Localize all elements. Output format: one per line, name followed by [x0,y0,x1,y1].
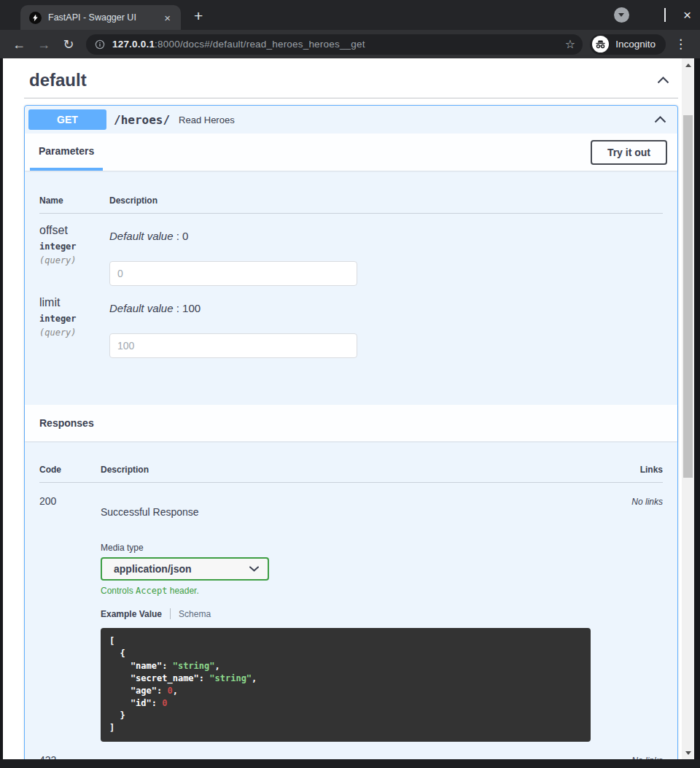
param-type: integer [39,241,109,252]
parameters-tab-label: Parameters [39,145,94,157]
responses-title: Responses [39,417,94,429]
opblock-get-heroes: GET /heroes/ Read Heroes Parameters Try … [24,105,678,759]
browser-menu-icon[interactable]: ⋮ [670,36,691,52]
col-header-name: Name [39,195,109,206]
col-header-description: Description [101,465,619,475]
param-row-offset: offset integer (query) Default value : 0 [39,214,663,286]
window-close-button[interactable]: × [683,8,691,22]
response-code: 422 [39,754,56,759]
scrollbar-down-icon[interactable] [682,748,694,758]
param-location: (query) [39,327,109,338]
responses-table: Code Description Links 200 Successful Re… [25,441,677,759]
opblock-header[interactable]: GET /heroes/ Read Heroes [25,106,677,133]
endpoint-path: /heroes/ [114,113,170,127]
tab-schema[interactable]: Schema [179,609,211,619]
scrollbar-up-icon[interactable] [682,60,694,70]
scrollbar-thumb[interactable] [683,115,693,478]
maximize-button[interactable] [664,9,666,22]
param-type: integer [39,314,109,324]
tab-example-value[interactable]: Example Value [101,609,162,619]
bookmark-star-icon[interactable]: ☆ [565,37,575,51]
param-row-limit: limit integer (query) Default value : 10… [39,286,663,358]
parameters-table: Name Description offset integer (query) … [25,171,677,405]
chevron-down-icon [249,566,259,572]
browser-toolbar: ← → ↻ 127.0.0.1:8000/docs#/default/read_… [0,30,700,58]
incognito-icon [592,36,609,53]
response-row-422: 422 Validation Error No links [39,742,663,759]
tab-title: FastAPI - Swagger UI [48,12,155,23]
tab-search-icon[interactable] [614,7,629,23]
try-it-out-button[interactable]: Try it out [591,140,667,165]
browser-tab[interactable]: FastAPI - Swagger UI × [20,5,181,30]
endpoint-summary: Read Heroes [179,115,235,125]
tab-close-icon[interactable]: × [161,11,174,25]
opblock-collapse-icon[interactable] [654,116,666,123]
param-name: limit [39,296,109,309]
info-icon[interactable] [95,39,105,50]
swagger-ui: default GET /heroes/ Read Heroes [24,58,678,759]
tab-strip: FastAPI - Swagger UI × + × [0,0,700,30]
incognito-label: Incognito [615,39,656,50]
response-code: 200 [39,495,56,507]
param-location: (query) [39,255,109,265]
url-host: 127.0.0.1 [112,39,155,50]
col-header-code: Code [39,465,101,475]
tab-separator [170,608,171,619]
response-links: No links [631,756,663,759]
section-divider [24,98,678,98]
fastapi-favicon-icon [29,12,42,24]
accept-header-note: Controls Accept header. [101,586,619,596]
responses-section-header: Responses [25,405,677,441]
param-limit-input[interactable] [109,333,357,358]
media-type-label: Media type [101,543,619,553]
media-type-select[interactable]: application/json [101,557,269,581]
col-header-links: Links [619,465,663,475]
incognito-badge: Incognito [590,34,666,55]
param-offset-input[interactable] [109,261,357,286]
browser-window: FastAPI - Swagger UI × + × ← → ↻ 127.0.0… [0,0,700,768]
back-icon[interactable]: ← [9,38,29,51]
url-text[interactable]: 127.0.0.1:8000/docs#/default/read_heroes… [112,39,558,50]
param-description: Default value : 0 [109,230,663,242]
response-row-200: 200 Successful Response Media type appli… [39,483,663,742]
url-path: :8000/docs#/default/read_heroes_heroes__… [155,39,365,50]
response-description: Successful Response [101,506,619,518]
window-bottom-edge [0,759,700,768]
parameters-section-header: Parameters Try it out [25,133,677,171]
api-section-title[interactable]: default [29,70,87,90]
forward-icon[interactable]: → [34,38,54,51]
page-viewport: default GET /heroes/ Read Heroes [3,58,694,759]
tab-parameters[interactable]: Parameters [30,133,103,171]
new-tab-button[interactable]: + [194,8,203,23]
reload-icon[interactable]: ↻ [58,38,79,51]
example-schema-tabs: Example Value Schema [101,608,619,619]
col-header-description: Description [109,195,663,206]
param-name: offset [39,224,109,237]
example-code: [ { "name": "string", "secret_name": "st… [109,635,582,734]
param-description: Default value : 100 [109,302,663,314]
url-bar[interactable]: 127.0.0.1:8000/docs#/default/read_heroes… [86,34,583,55]
response-links: No links [631,497,663,507]
page-scrollbar[interactable] [682,58,694,759]
section-collapse-icon[interactable] [657,77,669,84]
example-json-block[interactable]: [ { "name": "string", "secret_name": "st… [101,628,591,742]
http-method-badge: GET [28,109,106,130]
media-type-value: application/json [114,563,192,575]
